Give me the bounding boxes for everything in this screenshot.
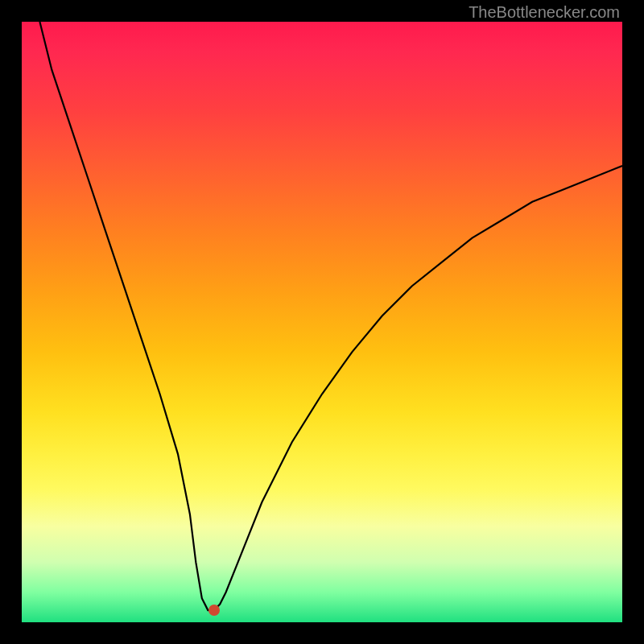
- optimal-point-marker: [208, 605, 220, 616]
- attribution-text: TheBottlenecker.com: [469, 3, 620, 22]
- bottleneck-curve-line: [39, 22, 622, 610]
- chart-plot-area: [22, 22, 622, 622]
- chart-curve-svg: [22, 22, 622, 622]
